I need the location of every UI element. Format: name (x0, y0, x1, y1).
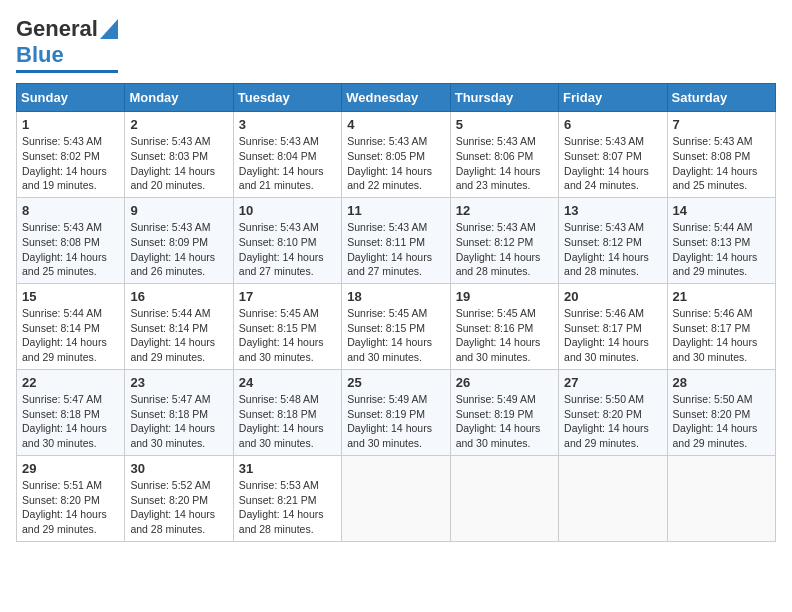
day-info-line: Sunset: 8:17 PM (564, 321, 661, 336)
day-info-line: Daylight: 14 hours (347, 164, 444, 179)
day-info-line: Daylight: 14 hours (239, 250, 336, 265)
week-row-5: 29Sunrise: 5:51 AMSunset: 8:20 PMDayligh… (17, 455, 776, 541)
day-info-line: Sunset: 8:06 PM (456, 149, 553, 164)
header-sunday: Sunday (17, 84, 125, 112)
day-info-line: and 28 minutes. (239, 522, 336, 537)
day-number: 29 (22, 460, 119, 478)
day-number: 10 (239, 202, 336, 220)
week-row-3: 15Sunrise: 5:44 AMSunset: 8:14 PMDayligh… (17, 283, 776, 369)
calendar-cell: 14Sunrise: 5:44 AMSunset: 8:13 PMDayligh… (667, 197, 775, 283)
calendar-cell: 6Sunrise: 5:43 AMSunset: 8:07 PMDaylight… (559, 112, 667, 198)
day-info-line: Sunrise: 5:46 AM (564, 306, 661, 321)
day-info-line: Sunrise: 5:44 AM (22, 306, 119, 321)
day-info-line: Sunset: 8:20 PM (673, 407, 770, 422)
day-info-line: and 28 minutes. (130, 522, 227, 537)
day-info-line: Daylight: 14 hours (239, 507, 336, 522)
header-saturday: Saturday (667, 84, 775, 112)
day-info-line: and 30 minutes. (347, 350, 444, 365)
day-info-line: Daylight: 14 hours (564, 250, 661, 265)
day-info-line: Daylight: 14 hours (673, 421, 770, 436)
day-info-line: and 30 minutes. (564, 350, 661, 365)
svg-marker-0 (100, 19, 118, 39)
day-info-line: and 22 minutes. (347, 178, 444, 193)
day-info-line: and 26 minutes. (130, 264, 227, 279)
day-info-line: and 27 minutes. (239, 264, 336, 279)
day-info-line: and 28 minutes. (456, 264, 553, 279)
day-info-line: and 30 minutes. (22, 436, 119, 451)
day-number: 12 (456, 202, 553, 220)
day-info-line: Daylight: 14 hours (673, 335, 770, 350)
day-number: 17 (239, 288, 336, 306)
calendar-cell: 31Sunrise: 5:53 AMSunset: 8:21 PMDayligh… (233, 455, 341, 541)
day-info-line: Daylight: 14 hours (22, 507, 119, 522)
calendar-header-row: SundayMondayTuesdayWednesdayThursdayFrid… (17, 84, 776, 112)
calendar-cell: 15Sunrise: 5:44 AMSunset: 8:14 PMDayligh… (17, 283, 125, 369)
day-info-line: Sunset: 8:04 PM (239, 149, 336, 164)
day-info-line: Sunrise: 5:43 AM (22, 220, 119, 235)
day-info-line: Daylight: 14 hours (673, 250, 770, 265)
calendar-cell: 16Sunrise: 5:44 AMSunset: 8:14 PMDayligh… (125, 283, 233, 369)
day-info-line: Sunrise: 5:45 AM (347, 306, 444, 321)
day-info-line: and 30 minutes. (347, 436, 444, 451)
day-number: 4 (347, 116, 444, 134)
calendar-cell (342, 455, 450, 541)
day-info-line: and 30 minutes. (239, 436, 336, 451)
day-info-line: Sunrise: 5:50 AM (564, 392, 661, 407)
day-number: 2 (130, 116, 227, 134)
day-info-line: Daylight: 14 hours (564, 335, 661, 350)
day-info-line: and 30 minutes. (130, 436, 227, 451)
day-info-line: and 29 minutes. (22, 522, 119, 537)
calendar-cell: 19Sunrise: 5:45 AMSunset: 8:16 PMDayligh… (450, 283, 558, 369)
day-info-line: Sunrise: 5:43 AM (130, 220, 227, 235)
calendar-cell: 18Sunrise: 5:45 AMSunset: 8:15 PMDayligh… (342, 283, 450, 369)
day-number: 13 (564, 202, 661, 220)
day-info-line: Sunset: 8:21 PM (239, 493, 336, 508)
day-info-line: Sunset: 8:07 PM (564, 149, 661, 164)
calendar-table: SundayMondayTuesdayWednesdayThursdayFrid… (16, 83, 776, 542)
calendar-cell: 13Sunrise: 5:43 AMSunset: 8:12 PMDayligh… (559, 197, 667, 283)
day-info-line: Daylight: 14 hours (239, 335, 336, 350)
day-info-line: Daylight: 14 hours (564, 421, 661, 436)
day-info-line: Daylight: 14 hours (22, 250, 119, 265)
day-info-line: and 23 minutes. (456, 178, 553, 193)
day-number: 14 (673, 202, 770, 220)
header-wednesday: Wednesday (342, 84, 450, 112)
day-info-line: and 28 minutes. (564, 264, 661, 279)
day-info-line: Sunrise: 5:49 AM (456, 392, 553, 407)
day-info-line: Sunset: 8:13 PM (673, 235, 770, 250)
day-info-line: Sunset: 8:20 PM (564, 407, 661, 422)
day-info-line: Daylight: 14 hours (564, 164, 661, 179)
day-info-line: Daylight: 14 hours (347, 250, 444, 265)
day-info-line: Sunrise: 5:47 AM (22, 392, 119, 407)
calendar-cell: 4Sunrise: 5:43 AMSunset: 8:05 PMDaylight… (342, 112, 450, 198)
day-number: 6 (564, 116, 661, 134)
day-number: 1 (22, 116, 119, 134)
day-info-line: Sunrise: 5:52 AM (130, 478, 227, 493)
day-info-line: Daylight: 14 hours (22, 335, 119, 350)
week-row-1: 1Sunrise: 5:43 AMSunset: 8:02 PMDaylight… (17, 112, 776, 198)
calendar-cell: 10Sunrise: 5:43 AMSunset: 8:10 PMDayligh… (233, 197, 341, 283)
day-info-line: Sunrise: 5:49 AM (347, 392, 444, 407)
day-info-line: Daylight: 14 hours (130, 421, 227, 436)
calendar-cell: 24Sunrise: 5:48 AMSunset: 8:18 PMDayligh… (233, 369, 341, 455)
day-number: 5 (456, 116, 553, 134)
calendar-cell: 5Sunrise: 5:43 AMSunset: 8:06 PMDaylight… (450, 112, 558, 198)
day-info-line: Sunset: 8:14 PM (22, 321, 119, 336)
day-number: 19 (456, 288, 553, 306)
day-number: 3 (239, 116, 336, 134)
calendar-cell: 30Sunrise: 5:52 AMSunset: 8:20 PMDayligh… (125, 455, 233, 541)
day-info-line: Sunrise: 5:47 AM (130, 392, 227, 407)
calendar-cell: 17Sunrise: 5:45 AMSunset: 8:15 PMDayligh… (233, 283, 341, 369)
day-info-line: Daylight: 14 hours (347, 335, 444, 350)
day-info-line: Sunset: 8:12 PM (456, 235, 553, 250)
header-monday: Monday (125, 84, 233, 112)
day-info-line: Sunrise: 5:51 AM (22, 478, 119, 493)
day-info-line: Sunrise: 5:43 AM (673, 134, 770, 149)
day-info-line: and 30 minutes. (456, 436, 553, 451)
day-info-line: and 29 minutes. (564, 436, 661, 451)
calendar-cell: 3Sunrise: 5:43 AMSunset: 8:04 PMDaylight… (233, 112, 341, 198)
day-info-line: Sunset: 8:14 PM (130, 321, 227, 336)
day-number: 22 (22, 374, 119, 392)
calendar-cell (667, 455, 775, 541)
day-info-line: Daylight: 14 hours (673, 164, 770, 179)
